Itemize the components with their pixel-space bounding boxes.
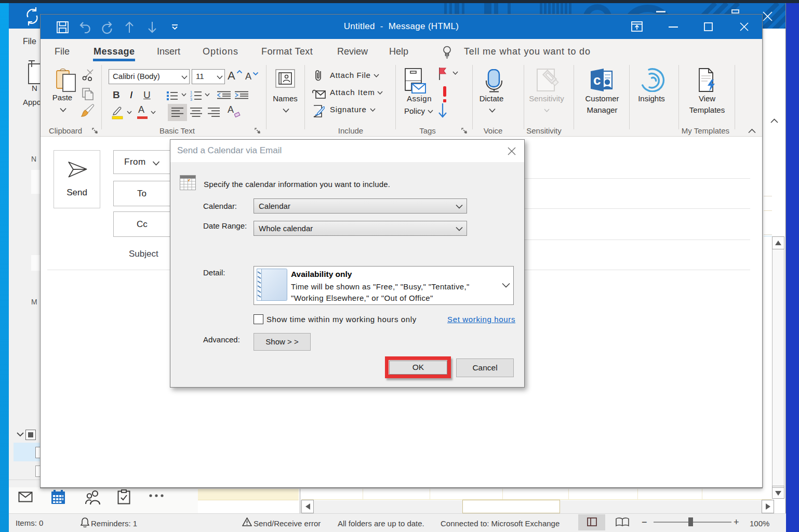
svg-text:c: c (593, 72, 601, 88)
svg-text:2: 2 (190, 94, 192, 98)
svg-text:3: 3 (190, 98, 192, 101)
svg-text:1: 1 (190, 90, 192, 94)
